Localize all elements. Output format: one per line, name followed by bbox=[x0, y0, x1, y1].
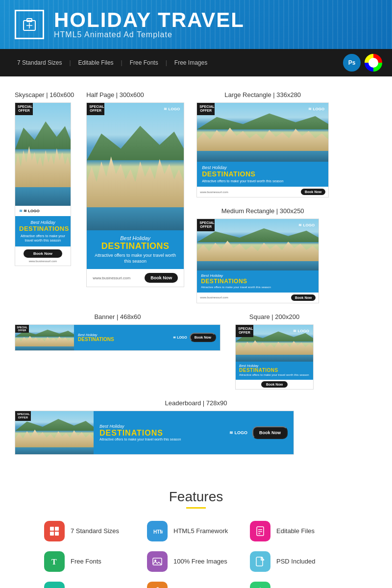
lb-book-btn[interactable]: Book Now bbox=[252, 426, 288, 439]
halfpage-blue: Best Holiday DESTINATIONS Attractive off… bbox=[87, 230, 184, 269]
largerect-photo bbox=[197, 103, 328, 162]
largerect-footer: www.businessurl.com Book Now bbox=[197, 187, 328, 197]
feature-item-google: A Google Ad Optimized bbox=[250, 582, 348, 588]
banner-special: SPECIAL OFFER bbox=[15, 325, 29, 333]
feature-icon-help bbox=[147, 582, 168, 588]
feature-item-images: 100% Free Images bbox=[147, 551, 245, 572]
feature-item-animations: Smooth Animations bbox=[44, 582, 142, 588]
largerect-book-btn[interactable]: Book Now bbox=[301, 189, 325, 195]
svg-rect-4 bbox=[50, 527, 54, 531]
square-ad: SPECIALOFFER ≋ LOGO Best Holiday DESTINA… bbox=[235, 324, 314, 390]
largerect-special: SPECIALOFFER bbox=[197, 103, 215, 115]
svg-rect-6 bbox=[50, 532, 54, 536]
skyscraper-subtext: Attractive offers to make your travel wo… bbox=[19, 234, 67, 243]
header-text-block: HOLIDAY TRAVEL HTML5 Animated Ad Templat… bbox=[54, 10, 245, 39]
toolbar-badges: Ps bbox=[343, 54, 382, 72]
largerect-logo: ≋ LOGO bbox=[308, 107, 324, 111]
feature-item-editable: Editable Files bbox=[250, 521, 348, 541]
banner-logo: ≋ LOGO bbox=[173, 336, 187, 340]
medrect-headline: DESTINATIONS bbox=[201, 278, 315, 285]
medrect-label: Medium Rectangle | 300x250 bbox=[196, 207, 329, 215]
feature-icon-google: A bbox=[250, 582, 270, 588]
toolbar-item-editable: Editable Files bbox=[71, 59, 121, 66]
toolbar: 7 Standard Sizes | Editable Files | Free… bbox=[0, 49, 392, 76]
banner-headline: DESTINATIONS bbox=[78, 337, 171, 342]
halfpage-label: Half Page | 300x600 bbox=[86, 91, 184, 98]
skyscraper-blue: Best Holiday DESTINATIONS Attractive off… bbox=[15, 216, 71, 246]
skyscraper-footer: Book Now www.businessurl.com bbox=[15, 246, 71, 266]
lb-subtext: Attractive offers to make your travel wo… bbox=[99, 438, 224, 441]
header-icon bbox=[15, 10, 44, 39]
largerect-subtext: Attractive offers to make your travel wo… bbox=[202, 179, 323, 183]
feature-label-html5: HTML5 Framework bbox=[173, 527, 228, 535]
halfpage-tagline: Best Holiday bbox=[93, 235, 178, 241]
halfpage-special: SPECIALOFFER bbox=[87, 103, 104, 115]
medrect-ad: SPECIALOFFER ≋ LOGO Best Holiday DESTINA… bbox=[196, 219, 319, 303]
halfpage-url: www.businessurl.com bbox=[93, 276, 130, 280]
medrect-special: SPECIALOFFER bbox=[197, 219, 215, 231]
banner-text: Best Holiday DESTINATIONS bbox=[78, 333, 171, 342]
feature-icon-html5: HTML bbox=[147, 521, 168, 541]
feature-icon-psd bbox=[250, 551, 270, 572]
leaderboard-ad: SPECIALOFFER Best Holiday DESTINATIONS A… bbox=[15, 411, 294, 455]
halfpage-section: Half Page | 300x600 SPECIALOFFER ≋ LOGO … bbox=[86, 91, 184, 287]
largerect-url: www.businessurl.com bbox=[200, 191, 228, 194]
svg-rect-7 bbox=[55, 532, 59, 536]
halfpage-photo bbox=[87, 103, 184, 230]
lb-photo: SPECIALOFFER bbox=[15, 411, 94, 455]
medrect-subtext: Attractive offers to make your travel wo… bbox=[201, 286, 315, 290]
medrect-blue: Best Holiday DESTINATIONS Attractive off… bbox=[197, 270, 318, 293]
skyscraper-book-btn[interactable]: Book Now bbox=[24, 249, 62, 258]
square-book-btn[interactable]: Book Now bbox=[261, 381, 288, 388]
feature-item-help: Help Files bbox=[147, 582, 245, 588]
medrect-url: www.businessurl.com bbox=[200, 296, 228, 299]
skyscraper-headline: DESTINATIONS bbox=[19, 225, 67, 232]
leaderboard-label: Leaderboard | 728x90 bbox=[15, 399, 377, 407]
toolbar-item-sizes: 7 Standard Sizes bbox=[10, 59, 69, 66]
lb-text: Best Holiday DESTINATIONS Attractive off… bbox=[99, 424, 224, 441]
banner-tagline: Best Holiday bbox=[78, 333, 171, 337]
medrect-tagline: Best Holiday bbox=[201, 273, 315, 278]
banner-ad: SPECIAL OFFER Best Holiday DESTINATIONS … bbox=[15, 324, 220, 351]
square-footer: Book Now bbox=[236, 380, 313, 389]
banner-book-btn[interactable]: Book Now bbox=[190, 333, 216, 342]
feature-label-psd: PSD Included bbox=[276, 558, 316, 565]
feature-icon-animations bbox=[44, 582, 65, 588]
skyscraper-logo: ≋ ≋ LOGO bbox=[15, 206, 71, 216]
banner-leaderboard-row: Banner | 468x60 SPECIAL OFFER Best Holid… bbox=[15, 313, 377, 390]
largerect-ad: SPECIALOFFER ≋ LOGO Best Holiday DESTINA… bbox=[196, 102, 329, 197]
feature-label-sizes: 7 Standard Sizes bbox=[71, 527, 119, 535]
leaderboard-section: Leaderboard | 728x90 SPECIALOFFER Best H… bbox=[15, 399, 377, 455]
feature-item-html5: HTML HTML5 Framework bbox=[147, 521, 245, 541]
banner-label: Banner | 468x60 bbox=[15, 313, 220, 320]
feature-icon-fonts: T bbox=[44, 551, 65, 572]
svg-rect-9 bbox=[257, 527, 264, 536]
square-label: Square | 200x200 bbox=[235, 313, 314, 320]
halfpage-book-btn[interactable]: Book Now bbox=[145, 273, 178, 283]
feature-item-fonts: T Free Fonts bbox=[44, 551, 142, 572]
halfpage-headline: DESTINATIONS bbox=[93, 241, 178, 251]
banner-section: Banner | 468x60 SPECIAL OFFER Best Holid… bbox=[15, 313, 220, 351]
feature-icon-sizes bbox=[44, 521, 65, 541]
header-subtitle: HTML5 Animated Ad Template bbox=[54, 30, 245, 39]
largerect-tagline: Best Holiday bbox=[202, 165, 323, 170]
feature-icon-images bbox=[147, 551, 168, 572]
lb-logo: ≋ LOGO bbox=[229, 430, 247, 435]
skyscraper-section: Skyscaper | 160x600 SPECIAL OFFER ≋ ≋ LO… bbox=[15, 91, 74, 266]
feature-label-images: 100% Free Images bbox=[173, 558, 227, 565]
square-tagline: Best Holiday bbox=[239, 364, 310, 368]
skyscraper-tagline: Best Holiday bbox=[19, 220, 67, 225]
skyscraper-url: www.businessurl.com bbox=[29, 260, 57, 263]
svg-rect-5 bbox=[55, 527, 59, 531]
halfpage-logo: ≋ LOGO bbox=[164, 107, 180, 111]
feature-label-editable: Editable Files bbox=[276, 527, 315, 535]
medrect-footer: www.businessurl.com Book Now bbox=[197, 293, 318, 303]
right-column: Large Rectangle | 336x280 SPECIALOFFER ≋… bbox=[196, 91, 329, 303]
skyscraper-photo bbox=[15, 103, 71, 206]
toolbar-item-images: Free Images bbox=[167, 59, 215, 66]
largerect-label: Large Rectangle | 336x280 bbox=[196, 91, 329, 98]
feature-item-sizes: 7 Standard Sizes bbox=[44, 521, 142, 541]
page-header: HOLIDAY TRAVEL HTML5 Animated Ad Templat… bbox=[0, 0, 392, 49]
svg-text:HTML: HTML bbox=[153, 529, 163, 535]
medrect-book-btn[interactable]: Book Now bbox=[291, 294, 316, 301]
